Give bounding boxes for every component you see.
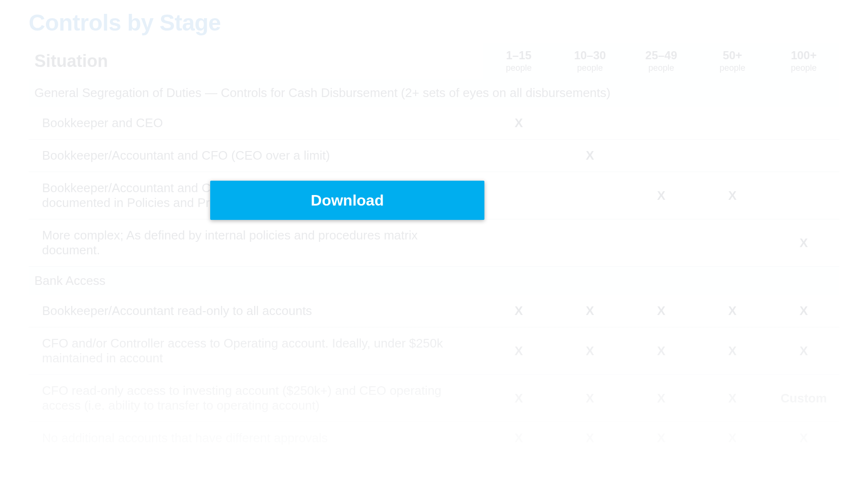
mark-cell: [697, 107, 768, 140]
mark-cell: X: [554, 422, 625, 455]
page-title: Controls by Stage: [29, 10, 839, 36]
mark-cell: X: [483, 295, 554, 327]
mark-cell: X: [768, 219, 839, 267]
section-row: Bank Access: [29, 267, 839, 295]
controls-table: Situation 1–15 people 10–30 people 25–49…: [29, 43, 839, 455]
column-range: 1–15: [506, 49, 531, 62]
mark-cell: X: [626, 327, 697, 375]
column-range: 100+: [791, 49, 816, 62]
column-header-2: 25–49 people: [626, 43, 697, 79]
table-body: General Segregation of Duties — Controls…: [29, 79, 839, 455]
mark-cell: [768, 107, 839, 140]
mark-cell: X: [554, 295, 625, 327]
people-label: people: [630, 63, 693, 73]
row-label: Bookkeeper and CEO: [29, 107, 483, 140]
column-range: 25–49: [645, 49, 677, 62]
mark-cell: X: [626, 172, 697, 219]
mark-cell: [626, 107, 697, 140]
mark-cell: [483, 140, 554, 172]
section-row: General Segregation of Duties — Controls…: [29, 79, 839, 107]
table-header-row: Situation 1–15 people 10–30 people 25–49…: [29, 43, 839, 79]
column-header-3: 50+ people: [697, 43, 768, 79]
mark-cell: [626, 219, 697, 267]
mark-cell: X: [697, 327, 768, 375]
people-label: people: [772, 63, 836, 73]
mark-cell: [483, 172, 554, 219]
row-label: Bookkeeper/Accountant and CFO (CEO over …: [29, 140, 483, 172]
table-row: Bookkeeper/Accountant and CFO (CEO over …: [29, 140, 839, 172]
mark-cell: [483, 219, 554, 267]
mark-cell: X: [626, 375, 697, 422]
column-range: 10–30: [574, 49, 606, 62]
table-row: Bookkeeper and CEO X: [29, 107, 839, 140]
section-label: General Segregation of Duties — Controls…: [29, 79, 839, 107]
section-label: Bank Access: [29, 267, 839, 295]
mark-cell: X: [554, 140, 625, 172]
table-row: CFO read-only access to investing accoun…: [29, 375, 839, 422]
mark-cell: [768, 172, 839, 219]
row-label: CFO and/or Controller access to Operatin…: [29, 327, 483, 375]
download-button[interactable]: Download: [210, 181, 484, 220]
people-label: people: [558, 63, 622, 73]
mark-cell: X: [483, 375, 554, 422]
mark-cell: [697, 140, 768, 172]
mark-cell: X: [626, 422, 697, 455]
mark-cell: X: [483, 107, 554, 140]
table-row: No additional accounts that have differe…: [29, 422, 839, 455]
mark-cell: [554, 219, 625, 267]
people-label: people: [701, 63, 764, 73]
mark-cell: Custom: [768, 375, 839, 422]
people-label: people: [487, 63, 550, 73]
mark-cell: X: [483, 327, 554, 375]
table-row: Bookkeeper/Accountant read-only to all a…: [29, 295, 839, 327]
mark-cell: X: [768, 327, 839, 375]
mark-cell: [768, 140, 839, 172]
mark-cell: X: [768, 422, 839, 455]
mark-cell: [554, 172, 625, 219]
table-row: More complex; As defined by internal pol…: [29, 219, 839, 267]
situation-header: Situation: [29, 43, 483, 79]
content-wrapper: Controls by Stage Situation 1–15 people …: [0, 0, 868, 464]
mark-cell: [626, 140, 697, 172]
mark-cell: [554, 107, 625, 140]
column-range: 50+: [723, 49, 742, 62]
row-label: CFO read-only access to investing accoun…: [29, 375, 483, 422]
mark-cell: X: [626, 295, 697, 327]
mark-cell: X: [483, 422, 554, 455]
mark-cell: X: [554, 327, 625, 375]
mark-cell: X: [768, 295, 839, 327]
row-label: More complex; As defined by internal pol…: [29, 219, 483, 267]
mark-cell: X: [697, 172, 768, 219]
row-label: Bookkeeper/Accountant read-only to all a…: [29, 295, 483, 327]
column-header-4: 100+ people: [768, 43, 839, 79]
mark-cell: X: [697, 422, 768, 455]
column-header-1: 10–30 people: [554, 43, 625, 79]
mark-cell: X: [697, 295, 768, 327]
column-header-0: 1–15 people: [483, 43, 554, 79]
mark-cell: X: [697, 375, 768, 422]
mark-cell: X: [554, 375, 625, 422]
row-label: No additional accounts that have differe…: [29, 422, 483, 455]
table-row: CFO and/or Controller access to Operatin…: [29, 327, 839, 375]
mark-cell: [697, 219, 768, 267]
